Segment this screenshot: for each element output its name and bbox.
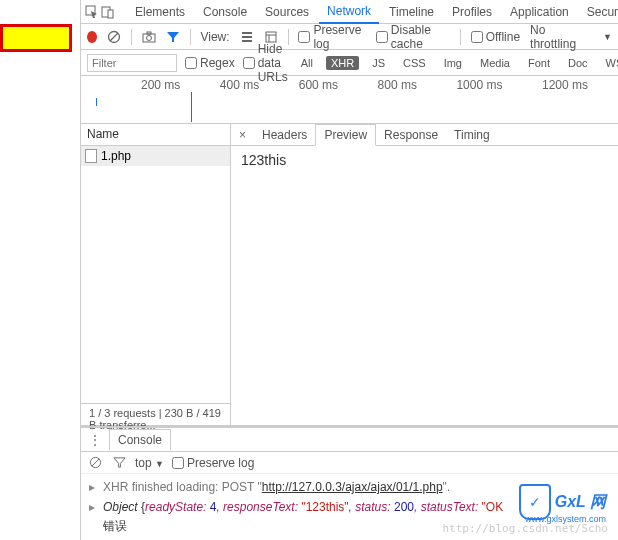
preserve-log-checkbox[interactable]: Preserve log <box>298 23 365 51</box>
offline-checkbox[interactable]: Offline <box>471 30 520 44</box>
throttling-select[interactable]: No throttling <box>530 23 583 51</box>
view-label: View: <box>200 30 229 44</box>
devtools-panel: Elements Console Sources Network Timelin… <box>80 0 618 540</box>
timeline-marker <box>191 92 192 122</box>
filter-xhr[interactable]: XHR <box>326 56 359 70</box>
capture-icon[interactable] <box>142 29 156 45</box>
filter-doc[interactable]: Doc <box>563 56 593 70</box>
clear-icon[interactable] <box>107 29 121 45</box>
waterfall-timeline[interactable]: 200 ms 400 ms 600 ms 800 ms 1000 ms 1200… <box>81 76 618 124</box>
tab-sources[interactable]: Sources <box>257 1 317 23</box>
console-output: ▸ XHR finished loading: POST "http://127… <box>81 474 618 540</box>
separator <box>131 29 132 45</box>
tab-profiles[interactable]: Profiles <box>444 1 500 23</box>
filter-img[interactable]: Img <box>439 56 467 70</box>
tab-application[interactable]: Application <box>502 1 577 23</box>
filter-input[interactable] <box>87 54 177 72</box>
context-select[interactable]: top ▼ <box>135 456 164 470</box>
time-tick: 200 ms <box>141 78 180 92</box>
time-tick: 1000 ms <box>456 78 502 92</box>
detail-tab-timing[interactable]: Timing <box>446 125 498 145</box>
record-icon[interactable] <box>87 31 97 43</box>
requests-status: 1 / 3 requests | 230 B / 419 B transferr… <box>81 403 230 425</box>
request-detail: × Headers Preview Response Timing 123thi… <box>231 124 618 425</box>
inspect-icon[interactable] <box>85 4 99 20</box>
tab-timeline[interactable]: Timeline <box>381 1 442 23</box>
console-preserve-checkbox[interactable]: Preserve log <box>172 456 254 470</box>
network-content: Name 1.php 1 / 3 requests | 230 B / 419 … <box>81 124 618 426</box>
time-tick: 600 ms <box>299 78 338 92</box>
url-link[interactable]: http://127.0.0.3/ajax/ajax/01/1.php <box>262 480 443 494</box>
tab-security[interactable]: Security <box>579 1 618 23</box>
svg-line-4 <box>110 33 118 41</box>
tab-elements[interactable]: Elements <box>127 1 193 23</box>
detail-tab-response[interactable]: Response <box>376 125 446 145</box>
svg-line-15 <box>91 459 98 466</box>
filter-ws[interactable]: WS <box>601 56 618 70</box>
expand-icon[interactable]: ▸ <box>89 478 99 497</box>
network-toolbar: View: Preserve log Disable cache Offline… <box>81 24 618 50</box>
filter-bar: Regex Hide data URLs All XHR JS CSS Img … <box>81 50 618 76</box>
regex-checkbox[interactable]: Regex <box>185 56 235 70</box>
disable-cache-checkbox[interactable]: Disable cache <box>376 23 450 51</box>
svg-point-6 <box>146 35 151 40</box>
separator <box>460 29 461 45</box>
watermark: http://blog.csdn.net/Scho <box>442 520 608 538</box>
console-drawer: ⋮ Console top ▼ Preserve log ▸ XHR finis… <box>81 426 618 540</box>
filter-css[interactable]: CSS <box>398 56 431 70</box>
drawer-menu-icon[interactable]: ⋮ <box>87 432 103 448</box>
filter-js[interactable]: JS <box>367 56 390 70</box>
svg-rect-11 <box>266 32 276 42</box>
console-toolbar: top ▼ Preserve log <box>81 452 618 474</box>
tab-network[interactable]: Network <box>319 0 379 24</box>
filter-all[interactable]: All <box>296 56 318 70</box>
time-tick: 400 ms <box>220 78 259 92</box>
close-icon[interactable]: × <box>231 128 254 142</box>
dropdown-icon[interactable]: ▼ <box>603 32 612 42</box>
drawer-tab-console[interactable]: Console <box>109 429 171 450</box>
separator <box>288 29 289 45</box>
time-tick: 800 ms <box>378 78 417 92</box>
detail-tab-headers[interactable]: Headers <box>254 125 315 145</box>
separator <box>190 29 191 45</box>
filter-console-icon[interactable] <box>111 455 127 471</box>
expand-icon[interactable]: ▸ <box>89 498 99 517</box>
name-header[interactable]: Name <box>81 124 230 146</box>
main-tab-bar: Elements Console Sources Network Timelin… <box>81 0 618 24</box>
request-name: 1.php <box>101 149 131 163</box>
request-row[interactable]: 1.php <box>81 146 230 166</box>
clear-console-icon[interactable] <box>87 455 103 471</box>
detail-tabs: × Headers Preview Response Timing <box>231 124 618 146</box>
time-tick: 1200 ms <box>542 78 588 92</box>
detail-tab-preview[interactable]: Preview <box>315 124 376 146</box>
highlight-box <box>0 24 72 52</box>
device-icon[interactable] <box>101 4 115 20</box>
filter-icon[interactable] <box>166 29 180 45</box>
file-icon <box>85 149 97 163</box>
gxl-logo: ✓ GxL 网www.gxlsystem.com <box>519 484 606 520</box>
filter-font[interactable]: Font <box>523 56 555 70</box>
requests-list: Name 1.php 1 / 3 requests | 230 B / 419 … <box>81 124 231 425</box>
svg-rect-7 <box>147 32 151 34</box>
timeline-bar <box>96 98 97 106</box>
tab-console[interactable]: Console <box>195 1 255 23</box>
preview-content: 123this <box>231 146 618 425</box>
filter-media[interactable]: Media <box>475 56 515 70</box>
svg-rect-2 <box>108 10 113 18</box>
